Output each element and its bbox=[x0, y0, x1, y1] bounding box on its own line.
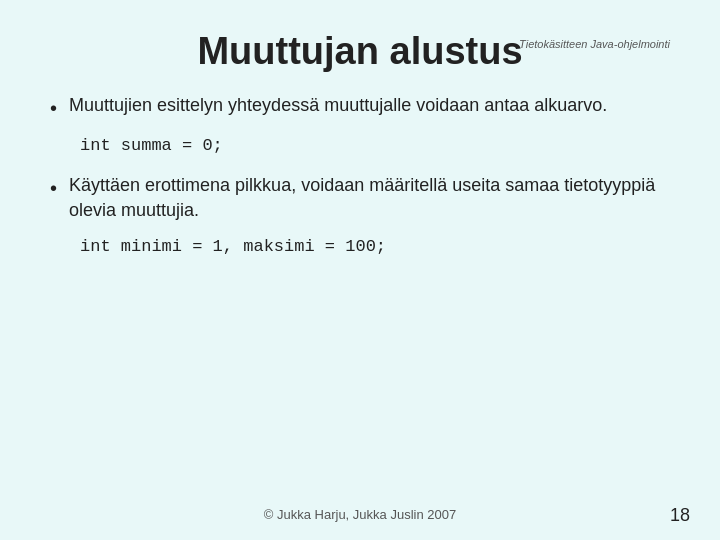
bullet-text-2: Käyttäen erottimena pilkkua, voidaan mää… bbox=[69, 173, 670, 223]
code-block-1: int summa = 0; bbox=[80, 136, 670, 155]
bullet-item-1: • Muuttujien esittelyn yhteydessä muuttu… bbox=[50, 93, 670, 122]
footer: © Jukka Harju, Jukka Juslin 2007 bbox=[0, 507, 720, 522]
bullet-dot-2: • bbox=[50, 174, 57, 202]
bullet-item-2: • Käyttäen erottimena pilkkua, voidaan m… bbox=[50, 173, 670, 223]
bullet-dot-1: • bbox=[50, 94, 57, 122]
content-area: • Muuttujien esittelyn yhteydessä muuttu… bbox=[50, 93, 670, 256]
copyright-text: © Jukka Harju, Jukka Juslin 2007 bbox=[264, 507, 456, 522]
page-number: 18 bbox=[670, 505, 690, 526]
slide-title: Muuttujan alustus bbox=[197, 30, 522, 73]
bullet-text-1: Muuttujien esittelyn yhteydessä muuttuja… bbox=[69, 93, 670, 118]
slide-subtitle: Tietokäsitteen Java-ohjelmointi bbox=[519, 38, 670, 50]
slide-container: Muuttujan alustus Tietokäsitteen Java-oh… bbox=[0, 0, 720, 540]
header-area: Muuttujan alustus Tietokäsitteen Java-oh… bbox=[50, 30, 670, 73]
code-block-2: int minimi = 1, maksimi = 100; bbox=[80, 237, 670, 256]
